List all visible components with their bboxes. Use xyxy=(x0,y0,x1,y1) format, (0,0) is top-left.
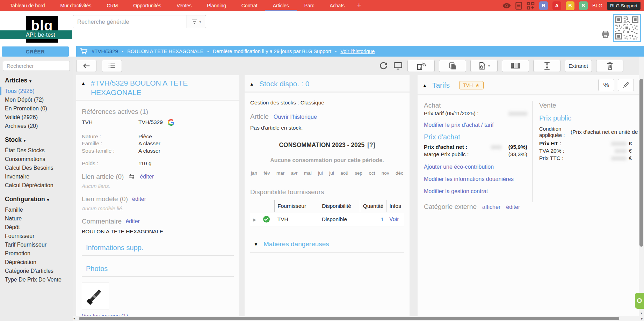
eco-contribution-link[interactable]: Ajouter une éco-contribution xyxy=(424,164,494,170)
current-user-badge[interactable]: BLG Support xyxy=(607,2,641,10)
stock-panel: ▲ Stock dispo. : 0 Gestion des stocks : … xyxy=(245,75,410,316)
article-title: #TVH/5329 BOULON A TETE HEXAGONALE xyxy=(91,78,208,97)
history-link[interactable]: Voir l'historique xyxy=(340,49,375,54)
modify-price-link[interactable]: Modifier le prix d'achat / tarif xyxy=(424,122,494,128)
user-badge-s[interactable]: S xyxy=(579,1,588,10)
nav-item-crm[interactable]: CRM xyxy=(99,0,125,11)
sidebar-item-inventaire[interactable]: Inventaire xyxy=(3,172,70,181)
list-view-button[interactable] xyxy=(102,60,122,72)
scroll-left-arrow-icon[interactable]: ◂ xyxy=(73,316,75,321)
nav-item-opportunites[interactable]: Opportunités xyxy=(125,0,169,11)
user-badge-r[interactable]: R xyxy=(539,1,548,10)
sidebar-item-promotion[interactable]: Promotion xyxy=(3,249,70,258)
tarif-supplier-badge[interactable]: TVH ★ xyxy=(459,81,484,89)
sidebar-item-mon-depot[interactable]: Mon Dépôt (72) xyxy=(3,95,70,104)
edit-link-model[interactable]: éditer xyxy=(132,196,146,202)
collapse-icon[interactable]: ▲ xyxy=(249,81,254,87)
collapse-icon[interactable]: ▲ xyxy=(81,81,86,86)
horizontal-scrollbar-thumb[interactable] xyxy=(79,317,619,320)
expand-row-icon[interactable]: ▶ xyxy=(253,217,256,222)
month-label: nov xyxy=(382,170,389,176)
sidebar-item-depot[interactable]: Dépôt xyxy=(3,223,70,232)
nav-item-tableau-de-bord[interactable]: Tableau de bord xyxy=(2,0,52,11)
user-badge-b[interactable]: B xyxy=(566,1,574,10)
separator: - xyxy=(122,49,123,54)
duplicate-button[interactable] xyxy=(439,60,466,72)
document-settings-button[interactable]: ▾ xyxy=(470,60,498,72)
percent-button[interactable]: % xyxy=(598,79,614,91)
printer-icon[interactable] xyxy=(601,30,610,38)
sidebar-item-categorie-articles[interactable]: Catégorie D'articles xyxy=(3,267,70,275)
sidebar-item-tous[interactable]: Tous (2926) xyxy=(0,87,70,95)
scroll-down-arrow-icon[interactable]: ▾ xyxy=(639,311,644,315)
sidebar-item-fournisseur[interactable]: Fournisseur xyxy=(3,232,70,240)
back-button[interactable] xyxy=(76,60,96,72)
sidebar-item-consommations[interactable]: Consommations xyxy=(3,155,70,163)
sidebar-item-nature[interactable]: Nature xyxy=(3,214,70,223)
apps-grid-icon[interactable] xyxy=(527,2,535,10)
sidebar-item-depreciation[interactable]: Dépréciation xyxy=(3,258,70,267)
nav-item-contrat[interactable]: Contrat xyxy=(234,0,265,11)
eye-icon[interactable] xyxy=(502,3,511,8)
sidebar-search-input[interactable] xyxy=(3,61,70,71)
sidebar-item-en-promotion[interactable]: En Promotion (0) xyxy=(3,104,70,113)
edit-link-article[interactable]: éditer xyxy=(140,174,154,180)
extranet-button[interactable]: Extranet xyxy=(565,60,592,72)
edit-comment-link[interactable]: éditer xyxy=(126,218,140,225)
create-button[interactable]: CRÉER xyxy=(2,46,69,57)
sidebar-section-configuration[interactable]: Configuration▾ xyxy=(5,196,70,203)
chat-badge[interactable]: O xyxy=(635,293,644,309)
monitor-icon[interactable] xyxy=(393,62,403,70)
supplier-info-link[interactable]: Voir xyxy=(389,216,399,222)
nav-item-articles[interactable]: Articles xyxy=(265,0,297,11)
edit-category-link[interactable]: éditer xyxy=(506,204,520,210)
sidebar-item-famille[interactable]: Famille xyxy=(3,205,70,214)
sidebar-item-calcul-des-besoins[interactable]: Calcul Des Besoins xyxy=(3,163,70,172)
barcode-icon xyxy=(511,63,521,70)
google-icon[interactable] xyxy=(168,119,174,126)
barcode-button[interactable] xyxy=(502,60,529,72)
consumption-help-link[interactable]: [?] xyxy=(367,141,375,148)
edit-tarifs-button[interactable] xyxy=(618,79,634,91)
collapse-down-icon[interactable]: ▼ xyxy=(254,242,258,247)
see-images-link[interactable]: Voir les images (1) xyxy=(82,313,128,316)
nav-item-mur-activites[interactable]: Mur d'activités xyxy=(52,0,99,11)
sidebar-item-etat-des-stocks[interactable]: État Des Stocks xyxy=(3,146,70,155)
sidebar-item-archives[interactable]: Archives (20) xyxy=(3,122,70,130)
article-photo[interactable] xyxy=(82,282,109,309)
open-history-link[interactable]: Ouvrir l'historique xyxy=(274,114,317,120)
refresh-icon[interactable] xyxy=(378,61,389,70)
sidebar-item-valide[interactable]: Validé (2926) xyxy=(3,113,70,122)
user-badge-a[interactable]: A xyxy=(552,1,561,10)
link-loop-icon[interactable] xyxy=(128,174,136,179)
tarifs-panel: ▲ Tarifs TVH ★ % Achat Prix tarif (05/11… xyxy=(418,75,639,316)
vertical-scrollbar-thumb[interactable] xyxy=(639,79,643,247)
filter-icon xyxy=(191,19,197,24)
nav-add-tab-button[interactable]: + xyxy=(352,0,366,11)
sidebar-item-tarif-fournisseur[interactable]: Tarif Fournisseur xyxy=(3,240,70,249)
merge-button[interactable] xyxy=(533,60,560,72)
horizontal-scrollbar[interactable]: ◂ ▸ xyxy=(73,316,644,321)
dangerous-materials-heading[interactable]: Matières dangereuses xyxy=(263,240,329,248)
sidebar-item-calcul-depreciation[interactable]: Calcul Dépréciation xyxy=(3,181,70,190)
customs-info-link[interactable]: Modifier les informations douanières xyxy=(424,176,514,182)
nav-item-achats[interactable]: Achats xyxy=(322,0,352,11)
report-icon[interactable] xyxy=(515,2,522,10)
delete-button[interactable] xyxy=(596,60,623,72)
global-search-input[interactable] xyxy=(73,15,187,28)
sidebar-section-stock[interactable]: Stock▾ xyxy=(5,136,70,144)
supplier-connect-button[interactable] xyxy=(407,60,435,72)
vertical-scrollbar[interactable]: ▾ xyxy=(639,57,644,316)
show-category-link[interactable]: afficher xyxy=(482,204,500,210)
month-label: jui xyxy=(318,170,323,176)
nav-item-ventes[interactable]: Ventes xyxy=(169,0,200,11)
sidebar-section-articles[interactable]: Articles▾ xyxy=(5,77,70,84)
search-filter-button[interactable]: ▾ xyxy=(187,15,206,28)
contract-management-link[interactable]: Modifier la gestion contrat xyxy=(424,188,488,194)
scroll-right-arrow-icon[interactable]: ▸ xyxy=(641,316,643,321)
nav-item-parc[interactable]: Parc xyxy=(297,0,322,11)
redacted-value xyxy=(615,149,627,153)
collapse-icon[interactable]: ▲ xyxy=(422,83,427,88)
nav-item-planning[interactable]: Planning xyxy=(199,0,234,11)
sidebar-item-type-prix-vente[interactable]: Type De Prix De Vente xyxy=(3,275,70,284)
